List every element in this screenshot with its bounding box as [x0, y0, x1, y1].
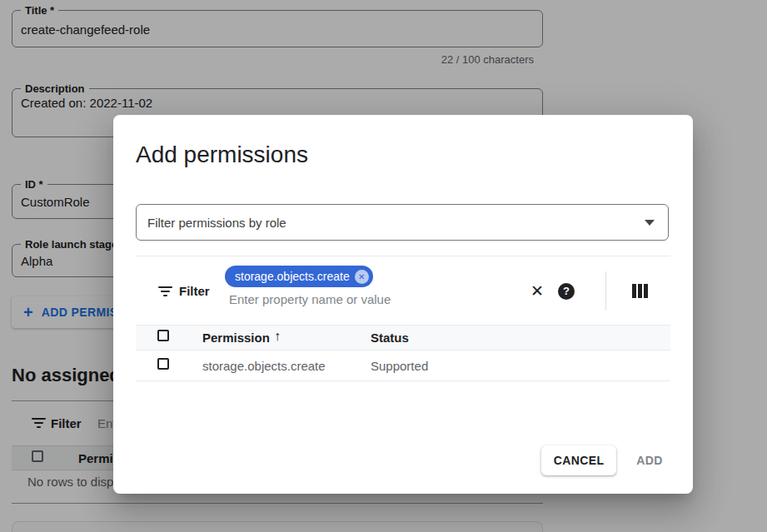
- status-column-header[interactable]: Status: [371, 331, 409, 345]
- filter-input[interactable]: [229, 292, 479, 306]
- filter-chip-label: storage.objects.create: [235, 266, 350, 287]
- row-checkbox[interactable]: [157, 358, 169, 370]
- row-status-cell: Supported: [371, 359, 428, 373]
- toolbar-divider: [605, 271, 606, 311]
- filter-chip[interactable]: storage.objects.create ✕: [225, 266, 373, 287]
- chip-remove-icon[interactable]: ✕: [355, 270, 369, 284]
- dialog-title: Add permissions: [136, 142, 308, 168]
- help-icon[interactable]: ?: [558, 283, 575, 300]
- filter-permissions-by-role-dropdown[interactable]: Filter permissions by role: [136, 204, 669, 241]
- permission-table-row[interactable]: storage.objects.create Supported: [136, 351, 670, 381]
- sort-ascending-icon[interactable]: ↑: [274, 329, 281, 344]
- filter-label: Filter: [179, 284, 210, 298]
- permissions-table-header: Permission ↑ Status: [136, 325, 670, 351]
- cancel-button[interactable]: CANCEL: [541, 445, 616, 475]
- filter-icon: [158, 286, 172, 296]
- create-role-page: Title * create-changefeed-role 22 / 100 …: [0, 0, 767, 532]
- clear-filters-icon[interactable]: ✕: [530, 281, 544, 301]
- select-all-checkbox[interactable]: [157, 330, 169, 341]
- row-permission-cell: storage.objects.create: [202, 359, 326, 373]
- column-display-icon[interactable]: [632, 284, 648, 298]
- add-permissions-dialog: Add permissions Filter permissions by ro…: [113, 115, 693, 494]
- add-button[interactable]: ADD: [625, 445, 675, 475]
- dropdown-caret-icon: [645, 220, 655, 226]
- permissions-filter-toolbar: Filter storage.objects.create ✕ ✕ ?: [136, 256, 670, 325]
- role-dropdown-placeholder: Filter permissions by role: [147, 216, 286, 230]
- permission-column-header[interactable]: Permission: [202, 331, 270, 345]
